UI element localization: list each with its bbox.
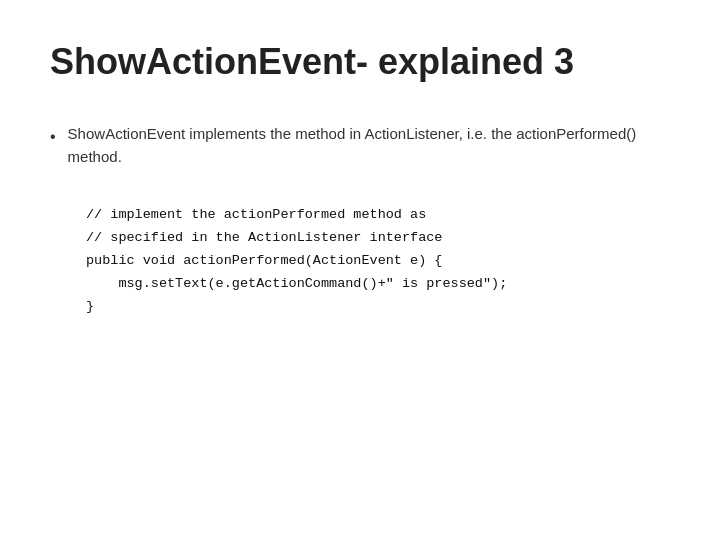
slide: ShowActionEvent- explained 3 • ShowActio… <box>0 0 720 540</box>
slide-title: ShowActionEvent- explained 3 <box>50 40 670 83</box>
code-line-1: // implement the actionPerformed method … <box>86 204 670 227</box>
bullet-item: • ShowActionEvent implements the method … <box>50 123 670 168</box>
code-line-5: } <box>86 296 670 319</box>
bullet-dot: • <box>50 125 56 149</box>
bullet-text: ShowActionEvent implements the method in… <box>68 123 670 168</box>
code-line-2: // specified in the ActionListener inter… <box>86 227 670 250</box>
code-block: // implement the actionPerformed method … <box>86 204 670 319</box>
code-line-4: msg.setText(e.getActionCommand()+" is pr… <box>86 273 670 296</box>
code-line-3: public void actionPerformed(ActionEvent … <box>86 250 670 273</box>
slide-content: • ShowActionEvent implements the method … <box>50 123 670 500</box>
